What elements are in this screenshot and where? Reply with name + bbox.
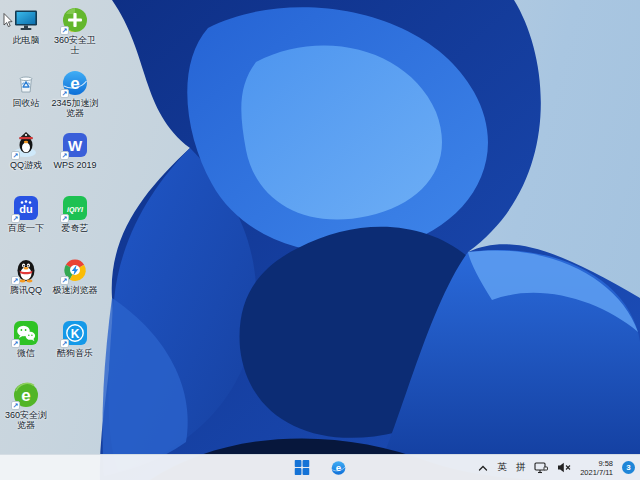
svg-text:W: W <box>68 137 83 154</box>
shortcut-arrow-icon: ↗ <box>60 151 69 160</box>
shortcut-arrow-icon: ↗ <box>60 276 69 285</box>
desktop-icon-speed-browser[interactable]: ↗ 极速浏览器 <box>51 256 99 319</box>
desktop-icon-grid: 此电脑 ↗ 360安全卫士 回收站 <box>2 6 99 444</box>
shortcut-arrow-icon: ↗ <box>11 214 20 223</box>
desktop-icon-2345-browser[interactable]: e ↗ 2345加速浏览器 <box>51 69 99 132</box>
taskbar: e 英 拼 9:58 2021/7/11 <box>0 454 640 480</box>
ime-pinyin-indicator[interactable]: 拼 <box>516 461 526 474</box>
svg-text:du: du <box>19 203 32 215</box>
desktop-icon-recycle-bin[interactable]: 回收站 <box>2 69 50 132</box>
shortcut-arrow-icon: ↗ <box>11 151 20 160</box>
desktop-icon-this-pc[interactable]: 此电脑 <box>2 6 50 69</box>
clock-date: 2021/7/11 <box>580 468 613 477</box>
desktop-icon-label: QQ游戏 <box>10 160 42 170</box>
browser-e-taskbar-button[interactable]: e <box>328 457 350 479</box>
shortcut-arrow-icon: ↗ <box>11 401 20 410</box>
ime-english-indicator[interactable]: 英 <box>497 461 507 474</box>
hidden-icons-chevron-icon[interactable] <box>478 464 488 472</box>
shortcut-arrow-icon: ↗ <box>60 89 69 98</box>
desktop-icon-baidu[interactable]: du ↗ 百度一下 <box>2 194 50 257</box>
desktop-icon-label: 百度一下 <box>8 223 44 233</box>
notification-badge[interactable]: 3 <box>622 461 635 474</box>
desktop-icon-label: 酷狗音乐 <box>57 348 93 358</box>
desktop-icon-label: 回收站 <box>13 98 40 108</box>
desktop-icon-label: 360安全卫士 <box>51 35 99 55</box>
shortcut-arrow-icon: ↗ <box>60 339 69 348</box>
desktop-icon-wechat[interactable]: ↗ 微信 <box>2 319 50 382</box>
desktop-icon-kugou-music[interactable]: K ↗ 酷狗音乐 <box>51 319 99 382</box>
desktop-icon-label: WPS 2019 <box>53 160 96 170</box>
browser-e-icon: e <box>331 460 347 476</box>
start-button[interactable] <box>291 457 313 479</box>
this-pc-icon <box>12 6 40 34</box>
desktop-icon-label: 微信 <box>17 348 35 358</box>
desktop-icon-360-safe-guard[interactable]: ↗ 360安全卫士 <box>51 6 99 69</box>
desktop-icon-label: 极速浏览器 <box>53 285 98 295</box>
desktop-icon-label: 腾讯QQ <box>10 285 42 295</box>
shortcut-arrow-icon: ↗ <box>11 339 20 348</box>
desktop-icon-360-safe-browser[interactable]: e ↗ 360安全浏览器 <box>2 381 50 444</box>
taskbar-center-icons: e <box>291 455 350 480</box>
svg-text:e: e <box>70 74 79 93</box>
desktop-icon-iqiyi[interactable]: iQIYI ↗ 爱奇艺 <box>51 194 99 257</box>
desktop-icon-tencent-qq[interactable]: ↗ 腾讯QQ <box>2 256 50 319</box>
desktop-icon-label: 2345加速浏览器 <box>51 98 99 118</box>
svg-text:e: e <box>21 386 30 405</box>
desktop-icon-label: 此电脑 <box>13 35 40 45</box>
shortcut-arrow-icon: ↗ <box>60 214 69 223</box>
system-tray: 英 拼 9:58 2021/7/11 3 <box>478 455 635 480</box>
taskbar-clock[interactable]: 9:58 2021/7/11 <box>580 459 613 477</box>
svg-text:iQIYI: iQIYI <box>67 205 84 213</box>
recycle-bin-icon <box>12 69 40 97</box>
windows-logo-icon <box>294 460 309 475</box>
desktop: 此电脑 ↗ 360安全卫士 回收站 <box>0 0 640 480</box>
volume-muted-icon[interactable] <box>557 462 571 473</box>
shortcut-arrow-icon: ↗ <box>11 276 20 285</box>
svg-text:e: e <box>336 462 342 473</box>
network-icon[interactable] <box>534 462 548 474</box>
desktop-icon-label: 360安全浏览器 <box>2 410 50 430</box>
svg-text:K: K <box>71 326 80 340</box>
shortcut-arrow-icon: ↗ <box>60 26 69 35</box>
desktop-icon-wps-2019[interactable]: W ↗ WPS 2019 <box>51 131 99 194</box>
desktop-icon-label: 爱奇艺 <box>62 223 89 233</box>
clock-time: 9:58 <box>598 459 613 468</box>
desktop-icon-qq-games[interactable]: ↗ QQ游戏 <box>2 131 50 194</box>
